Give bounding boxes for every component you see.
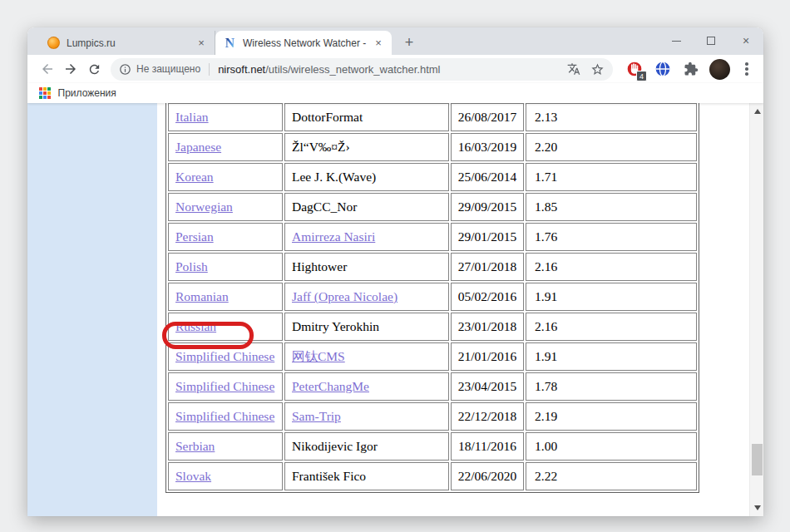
address-bar[interactable]: Не защищено nirsoft.net/utils/wireless_n… — [111, 58, 613, 81]
close-button[interactable]: × — [728, 27, 763, 54]
menu-dot — [745, 67, 748, 71]
url-text: nirsoft.net/utils/wireless_network_watch… — [218, 63, 560, 76]
language-cell: Italian — [168, 103, 283, 131]
date-cell: 27/01/2018 — [451, 253, 524, 281]
scroll-up-button[interactable] — [750, 105, 763, 118]
tab-close-icon[interactable]: × — [372, 37, 385, 50]
language-cell: Slovak — [168, 462, 283, 490]
back-button[interactable] — [36, 57, 59, 81]
scroll-down-button[interactable] — [750, 501, 763, 515]
language-cell: Simplified Chinese — [168, 342, 283, 371]
date-cell: 29/09/2015 — [451, 193, 524, 221]
back-arrow-icon — [40, 62, 55, 76]
apps-bookmark[interactable]: Приложения — [58, 87, 116, 99]
security-label: Не защищено — [136, 63, 200, 75]
profile-avatar[interactable] — [709, 59, 730, 80]
language-link[interactable]: Polish — [175, 259, 208, 273]
tab-wireless-network-watcher[interactable]: N Wireless Network Watcher - Show × — [215, 31, 392, 55]
translator-cell: František Fico — [284, 462, 449, 490]
language-link[interactable]: Persian — [175, 229, 214, 244]
table-row: Romanian Jaff (Oprea Nicolae) 05/02/2016… — [168, 283, 697, 311]
extensions-menu-button[interactable] — [681, 59, 701, 79]
page-main-area: Italian DottorFormat 26/08/2017 2.13 Jap… — [157, 103, 749, 516]
version-cell: 2.22 — [526, 462, 697, 490]
forward-arrow-icon — [63, 62, 78, 76]
date-cell: 21/01/2016 — [451, 342, 524, 371]
tab-title: Wireless Network Watcher - Show — [243, 37, 367, 49]
version-cell: 2.16 — [526, 253, 697, 281]
chrome-menu-button[interactable] — [738, 62, 755, 76]
language-link[interactable]: Slovak — [175, 469, 211, 483]
translator-link[interactable]: 网钛CMS — [292, 349, 345, 363]
language-link[interactable]: Japanese — [175, 140, 221, 154]
language-cell: Simplified Chinese — [168, 372, 283, 401]
language-cell: Romanian — [168, 283, 283, 311]
table-row-russian: Russian Dmitry Yerokhin 23/01/2018 2.16 — [168, 313, 697, 341]
translator-cell: Hightower — [284, 253, 449, 281]
language-link[interactable]: Serbian — [175, 439, 215, 453]
blue-globe-icon — [654, 61, 671, 77]
tab-lumpics[interactable]: Lumpics.ru × — [39, 31, 215, 55]
language-link[interactable]: Simplified Chinese — [175, 349, 274, 363]
scrollbar-thumb[interactable] — [752, 444, 763, 475]
date-cell: 23/04/2015 — [451, 372, 524, 401]
language-cell: Persian — [168, 223, 283, 251]
tab-strip: Lumpics.ru × N Wireless Network Watcher … — [27, 27, 763, 55]
language-link[interactable]: Simplified Chinese — [175, 409, 274, 423]
puzzle-piece-icon — [684, 62, 699, 76]
version-cell: 1.71 — [526, 163, 697, 191]
adblock-extension-button[interactable]: 4 — [625, 59, 644, 79]
tab-title: Lumpics.ru — [67, 37, 190, 49]
minimize-button[interactable] — [659, 27, 694, 54]
translator-link[interactable]: Jaff (Oprea Nicolae) — [292, 289, 397, 303]
translator-cell: Jaff (Oprea Nicolae) — [284, 283, 449, 311]
translator-link[interactable]: Amirreza Nasiri — [292, 229, 375, 244]
apps-grid-icon — [39, 87, 51, 99]
translations-table: Italian DottorFormat 26/08/2017 2.13 Jap… — [165, 103, 699, 493]
version-cell: 1.91 — [526, 342, 697, 371]
bookmarks-bar: Приложения — [27, 83, 763, 103]
date-cell: 18/11/2016 — [451, 432, 524, 461]
tab-close-icon[interactable]: × — [195, 37, 208, 50]
translate-icon[interactable] — [567, 62, 580, 76]
bookmark-star-icon[interactable] — [590, 62, 605, 76]
translator-cell: DottorFormat — [284, 103, 449, 131]
language-link[interactable]: Korean — [175, 170, 214, 184]
language-link[interactable]: Italian — [175, 110, 209, 124]
language-cell: Serbian — [168, 432, 283, 461]
russian-language-link[interactable]: Russian — [175, 319, 216, 333]
date-cell: 22/06/2020 — [451, 462, 524, 490]
language-link[interactable]: Romanian — [175, 289, 229, 303]
version-cell: 1.85 — [526, 193, 697, 221]
desktop-background: Lumpics.ru × N Wireless Network Watcher … — [0, 0, 790, 532]
vertical-scrollbar[interactable] — [749, 103, 763, 516]
site-info-icon[interactable] — [119, 63, 131, 76]
lumpics-favicon-icon — [47, 37, 60, 49]
reload-button[interactable] — [82, 57, 106, 81]
browser-toolbar: Не защищено nirsoft.net/utils/wireless_n… — [27, 55, 763, 83]
language-cell: Russian — [168, 313, 283, 341]
maximize-button[interactable] — [694, 27, 728, 54]
translator-cell: 网钛CMS — [284, 342, 449, 371]
new-tab-button[interactable]: + — [398, 32, 420, 53]
maximize-icon — [707, 37, 715, 45]
translator-link[interactable]: PeterChangMe — [292, 379, 369, 393]
translator-cell: Sam-Trip — [284, 402, 449, 431]
translator-link[interactable]: Sam-Trip — [292, 409, 341, 423]
translator-cell: Žl“V‰¤Ž› — [284, 133, 449, 161]
language-link[interactable]: Norwegian — [175, 200, 233, 214]
nirsoft-favicon-icon: N — [224, 37, 236, 50]
date-cell: 25/06/2014 — [451, 163, 524, 191]
table-row: Polish Hightower 27/01/2018 2.16 — [168, 253, 697, 281]
url-host: nirsoft.net — [218, 63, 265, 76]
forward-button[interactable] — [59, 57, 82, 81]
version-cell: 2.16 — [526, 313, 697, 341]
table-row: Persian Amirreza Nasiri 29/01/2015 1.76 — [168, 223, 697, 251]
version-cell: 2.19 — [526, 402, 697, 431]
table-row: Italian DottorFormat 26/08/2017 2.13 — [168, 103, 697, 131]
date-cell: 22/12/2018 — [451, 402, 524, 431]
globe-extension-button[interactable] — [653, 59, 673, 79]
date-cell: 16/03/2019 — [451, 133, 524, 161]
menu-dot — [745, 72, 748, 76]
language-link[interactable]: Simplified Chinese — [175, 379, 274, 393]
